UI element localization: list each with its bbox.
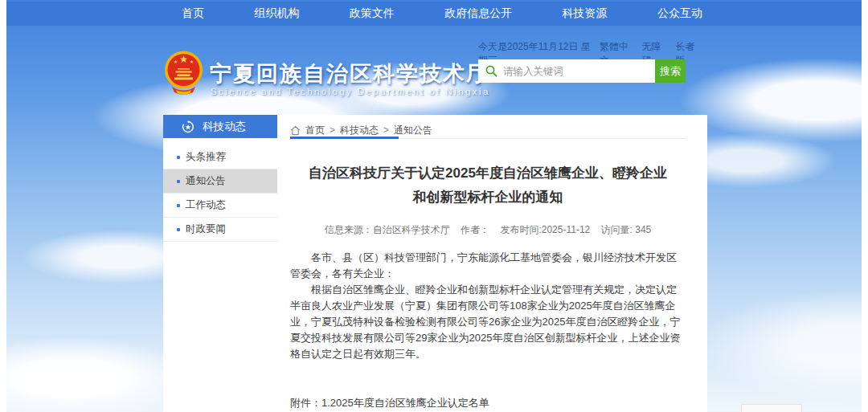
article-body: 各市、县（区）科技管理部门，宁东能源化工基地管委会，银川经济技术开发区管委会，各…	[290, 250, 686, 362]
sidebar-item-label: 工作动态	[186, 198, 226, 212]
top-navigation-items: 首页 组织机构 政策文件 政府信息公开 科技资源 公众互动	[182, 6, 702, 21]
bullet-icon	[177, 204, 180, 207]
article-meta: 信息来源：自治区科学技术厅 作者： 发布时间:2025-11-12 访问量: 3…	[290, 223, 686, 237]
sidebar-item-label: 头条推荐	[186, 150, 226, 164]
sidebar: 科技动态 头条推荐 通知公告 工作动态 时政要闻	[163, 115, 277, 412]
sidebar-menu: 头条推荐 通知公告 工作动态 时政要闻	[163, 138, 277, 242]
bullet-icon	[177, 156, 180, 159]
sidebar-item-notices[interactable]: 通知公告	[163, 169, 277, 194]
sidebar-title: 科技动态	[203, 120, 246, 134]
nav-item-organization[interactable]: 组织机构	[254, 6, 299, 21]
attachments-section: 附件： 1.2025年度自治区雏鹰企业认定名单 2.2025年度自治区瞪羚企业认…	[290, 395, 686, 412]
search-input[interactable]	[478, 59, 655, 83]
main-column: 首页 > 科技动态 > 通知公告 自治区科技厅关于认定2025年度自治区雏鹰企业…	[277, 115, 707, 412]
article-title: 自治区科技厅关于认定2025年度自治区雏鹰企业、瞪羚企业和创新型标杆企业的通知	[302, 161, 674, 210]
breadcrumb-current: 通知公告	[394, 124, 432, 137]
breadcrumb: 首页 > 科技动态 > 通知公告	[290, 115, 686, 137]
breadcrumb-divider	[290, 138, 686, 139]
national-emblem-logo[interactable]	[164, 49, 203, 95]
article-paragraph: 根据自治区雏鹰企业、瞪羚企业和创新型标杆企业认定管理有关规定，决定认定半亩良人农…	[290, 282, 686, 362]
sidebar-item-headlines[interactable]: 头条推荐	[163, 145, 277, 169]
bottom-floating-widget[interactable]	[741, 404, 802, 412]
page: 首页 组织机构 政策文件 政府信息公开 科技资源 公众互动 宁夏回族自治区科学技…	[0, 0, 868, 412]
site-title: 宁夏回族自治区科学技术厅	[210, 59, 489, 88]
breadcrumb-home[interactable]: 首页	[305, 124, 325, 137]
breadcrumb-tech-news[interactable]: 科技动态	[340, 124, 379, 137]
attachment-link-1[interactable]: 1.2025年度自治区雏鹰企业认定名单	[321, 395, 521, 411]
sidebar-item-current-politics[interactable]: 时政要闻	[163, 218, 277, 242]
meta-publish-date: 发布时间:2025-11-12	[500, 224, 590, 235]
top-navigation: 首页 组织机构 政策文件 政府信息公开 科技资源 公众互动	[6, 2, 862, 26]
breadcrumb-accent-bar	[290, 137, 399, 139]
nav-item-home[interactable]: 首页	[182, 6, 204, 21]
sidebar-header[interactable]: 科技动态	[163, 115, 277, 138]
bullet-icon	[177, 180, 180, 183]
tech-news-icon	[182, 120, 194, 133]
sidebar-item-label: 通知公告	[186, 174, 226, 188]
breadcrumb-separator: >	[330, 124, 335, 136]
search-icon	[485, 65, 497, 77]
attachments-list: 1.2025年度自治区雏鹰企业认定名单 2.2025年度自治区瞪羚企业认定名单 …	[321, 395, 521, 412]
content-panel: 科技动态 头条推荐 通知公告 工作动态 时政要闻	[163, 115, 707, 412]
nav-item-resources[interactable]: 科技资源	[563, 6, 608, 21]
sidebar-item-label: 时政要闻	[186, 222, 226, 236]
meta-source: 信息来源：自治区科学技术厅	[325, 224, 450, 235]
search-button[interactable]: 搜索	[655, 59, 686, 83]
search-box: 搜索	[478, 59, 686, 83]
home-icon	[290, 125, 301, 136]
sidebar-item-work-trends[interactable]: 工作动态	[163, 194, 277, 218]
attachments-label: 附件：	[290, 395, 321, 412]
meta-views: 访问量: 345	[601, 224, 652, 235]
bullet-icon	[177, 228, 180, 231]
meta-author: 作者：	[461, 224, 489, 235]
breadcrumb-separator: >	[383, 124, 389, 136]
nav-item-interaction[interactable]: 公众互动	[657, 6, 702, 21]
article-paragraph: 各市、县（区）科技管理部门，宁东能源化工基地管委会，银川经济技术开发区管委会，各…	[290, 250, 686, 282]
nav-item-policy[interactable]: 政策文件	[350, 6, 395, 21]
search-input-wrap	[478, 59, 655, 83]
site-subtitle-english: Science and Technology Department of Nin…	[211, 87, 490, 96]
nav-item-gov-info[interactable]: 政府信息公开	[444, 6, 512, 21]
